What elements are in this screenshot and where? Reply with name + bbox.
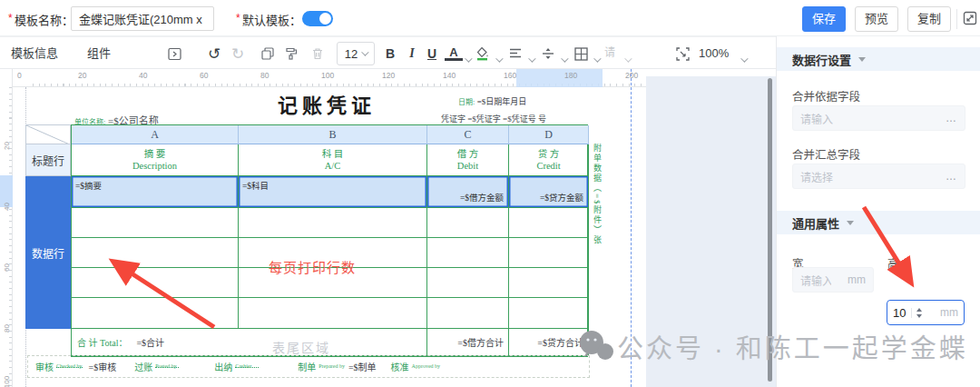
signer-cashier: 出纳Cashier — [214, 360, 261, 373]
merge-basis-input[interactable]: 请输入 … — [792, 105, 965, 131]
total-label: 合 计 Total： — [77, 335, 127, 349]
signer-row[interactable]: 审核Checked by=$审核 过账Posted by 出纳Cashier 制… — [27, 355, 590, 378]
data-cell-credit[interactable]: =$贷方金额 — [509, 176, 589, 208]
undo-icon[interactable]: ↺ — [205, 45, 223, 63]
empty-cell[interactable] — [72, 298, 239, 329]
empty-cell[interactable] — [72, 268, 239, 298]
total-debit-cell[interactable]: =$借方合计 — [427, 329, 509, 356]
ruler-label: 120 — [382, 71, 395, 80]
ruler-label: 0 — [17, 71, 22, 80]
save-button[interactable]: 保存 — [802, 6, 846, 32]
tab-components[interactable]: 组件 — [87, 37, 111, 69]
required-mark: * — [8, 12, 13, 25]
col-letter[interactable]: B — [239, 125, 427, 144]
ruler-label: 100 — [3, 376, 11, 387]
attachment-count-vertical[interactable]: 附单数据（=$附件）张 — [592, 144, 603, 316]
ruler-label: 60 — [200, 71, 208, 80]
voucher-title[interactable]: 记账凭证 — [227, 89, 426, 118]
empty-cell[interactable] — [72, 238, 239, 268]
data-cell-debit[interactable]: =$借方金额 — [427, 176, 509, 208]
tab-template-info[interactable]: 模板信息 — [11, 37, 58, 69]
italic-icon[interactable]: I — [403, 45, 421, 63]
header-cell-credit[interactable]: 贷 方Credit — [509, 144, 589, 176]
zoom-select[interactable]: 100% — [699, 37, 729, 69]
borders-icon[interactable] — [572, 45, 590, 63]
col-letter[interactable]: A — [72, 125, 239, 144]
empty-cell[interactable] — [427, 208, 509, 238]
collapse-caret-icon[interactable] — [847, 221, 854, 225]
empty-cell[interactable] — [239, 208, 427, 238]
default-template-toggle[interactable] — [302, 11, 333, 26]
unit-label: mm — [848, 273, 866, 286]
copy-element-icon[interactable] — [259, 45, 277, 63]
bold-icon[interactable]: B — [381, 45, 399, 63]
vertical-scrollbar[interactable] — [768, 78, 772, 382]
voucher-date-field[interactable]: 日期: =$日期年月日 — [458, 95, 526, 107]
voucher-no-value: 凭证字 =$凭证字 =$凭证号 号 — [441, 114, 546, 124]
placeholder-text: 请输入 — [800, 273, 831, 288]
empty-cell[interactable] — [427, 268, 509, 298]
vertical-align-icon[interactable] — [539, 45, 557, 63]
section-general-props[interactable]: 通用属性 — [777, 211, 980, 234]
preview-button[interactable]: 预览 — [855, 6, 898, 32]
row-label-title[interactable]: 标题行 — [25, 144, 71, 176]
delete-icon[interactable] — [309, 45, 327, 63]
redo-icon[interactable]: ↻ — [229, 45, 247, 63]
ellipsis-icon[interactable]: … — [946, 112, 957, 124]
header-cell-debit[interactable]: 借 方Debit — [427, 144, 509, 176]
empty-cell[interactable] — [509, 238, 589, 268]
design-canvas[interactable]: 0 20 40 60 80 100 120 140 160 180 200 20… — [0, 69, 776, 387]
font-size-select[interactable]: 12 — [337, 42, 375, 65]
template-name-label: 模板名称： — [15, 11, 74, 28]
format-painter-icon[interactable] — [282, 45, 300, 63]
ruler-label: 160 — [504, 71, 516, 80]
empty-cell[interactable] — [509, 208, 589, 238]
header-cell-summary[interactable]: 摘 要Description — [72, 144, 239, 176]
underline-icon[interactable]: U — [423, 45, 441, 63]
data-cell-summary[interactable]: =$摘要 — [72, 176, 239, 208]
toolbar: 模板信息 组件 ↺ ↻ 12 B I U A 请 100% — [0, 36, 776, 69]
section-data-row-settings[interactable]: 数据行设置 — [777, 47, 980, 71]
panel-toggle-icon[interactable] — [165, 45, 183, 63]
empty-cell[interactable] — [427, 238, 509, 268]
ruler-label: 60 — [3, 262, 11, 274]
merge-summary-input[interactable]: 请选择 … — [792, 164, 965, 189]
merge-summary-label: 合并汇总字段 — [792, 145, 860, 163]
page-boundary-line — [631, 69, 632, 387]
width-input[interactable]: 请输入 mm — [792, 267, 874, 293]
step-down-icon[interactable] — [916, 314, 922, 318]
fill-color-icon[interactable] — [474, 45, 492, 63]
ellipsis-icon[interactable]: … — [946, 170, 957, 183]
empty-cell[interactable] — [427, 298, 509, 329]
voucher-table[interactable]: A B C D 摘 要Description 科 目A/C 借 方Debit 贷… — [71, 124, 588, 357]
print-rows-annotation: 每页打印行数 — [269, 257, 405, 276]
step-up-icon[interactable] — [916, 308, 922, 312]
copy-button[interactable]: 复制 — [907, 6, 951, 32]
height-input[interactable]: 10 mm — [887, 300, 965, 325]
stepper-icon[interactable] — [911, 308, 922, 318]
voucher-no-field[interactable]: 凭证字 =$凭证字 =$凭证号 号 — [441, 113, 604, 125]
select-area-icon[interactable] — [673, 45, 691, 63]
empty-cell[interactable] — [239, 298, 427, 329]
signer-posted: 过账Posted by — [134, 360, 181, 373]
total-cell[interactable]: 合 计 Total： =$合计 — [72, 329, 427, 356]
empty-cell[interactable] — [509, 298, 589, 329]
header-cell-account[interactable]: 科 目A/C — [239, 144, 427, 176]
fullscreen-expand-icon[interactable] — [960, 8, 980, 28]
canvas-off-page-area — [646, 76, 776, 387]
col-letter[interactable]: D — [509, 125, 589, 144]
empty-cell[interactable] — [509, 268, 589, 298]
collapse-caret-icon[interactable] — [858, 57, 866, 62]
unit-label: mm — [940, 306, 958, 319]
col-letter[interactable]: C — [427, 125, 509, 144]
empty-cell[interactable] — [72, 208, 239, 238]
horizontal-align-icon[interactable] — [506, 45, 524, 63]
template-name-input[interactable] — [71, 6, 214, 31]
font-color-icon[interactable]: A — [445, 46, 463, 61]
field-properties-panel: 数据行设置 合并依据字段 请输入 … 合并汇总字段 请选择 … 通用属性 宽 高… — [776, 36, 980, 387]
company-name-field[interactable]: 单位名称: =$公司名称 — [74, 113, 256, 125]
data-cell-account[interactable]: =$科目 — [239, 176, 427, 208]
ruler-label: 80 — [260, 71, 269, 80]
row-label-data[interactable]: 数据行 — [25, 176, 71, 329]
total-credit-cell[interactable]: =$贷方合计 — [509, 329, 589, 356]
